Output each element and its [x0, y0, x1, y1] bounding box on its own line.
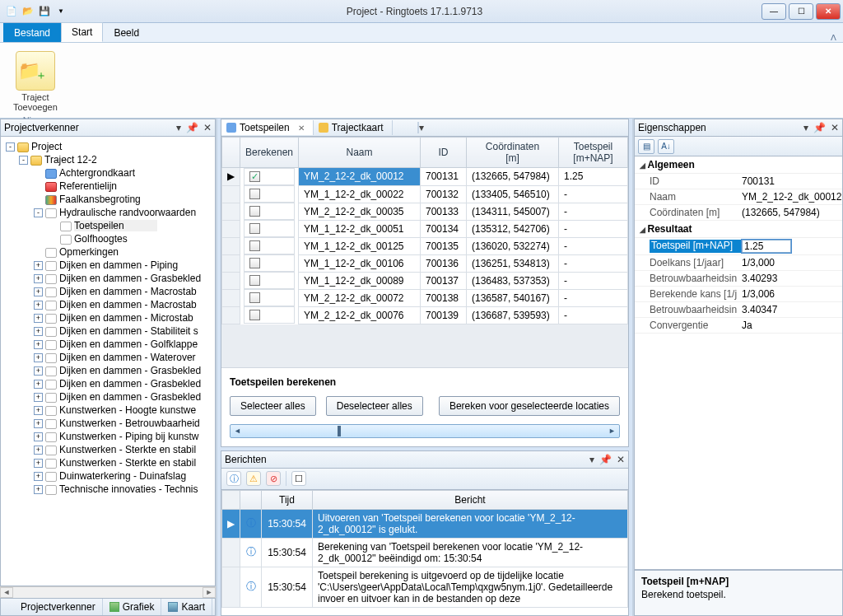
panel-dropdown-icon[interactable]: ▾ [176, 122, 181, 133]
col-id[interactable]: ID [421, 138, 467, 168]
grid-horizontal-scrollbar[interactable]: ◄► [230, 424, 620, 438]
message-row[interactable]: ▶ⓘ15:30:54Uitvoeren van 'Toetspeil berek… [222, 509, 628, 538]
left-tab-projectverkenner[interactable]: Projectverkenner [1, 599, 103, 615]
row-checkbox[interactable] [249, 310, 260, 320]
tree-node[interactable]: +Technische innovaties - Technis [2, 483, 213, 496]
tree-node[interactable]: +Kunstwerken - Sterkte en stabil [2, 443, 213, 456]
categorized-view-icon[interactable]: ▤ [638, 139, 654, 154]
tree-node[interactable]: +Dijken en dammen - Grasbekled [2, 390, 213, 404]
row-checkbox[interactable] [249, 206, 260, 217]
tree-node[interactable]: -Hydraulische randvoorwaarden [2, 206, 213, 219]
table-row[interactable]: YM_2_12-2_dk_00035700133(134311, 545007)… [222, 203, 628, 220]
tree-node[interactable]: -Traject 12-2 [2, 153, 213, 166]
messages-grid[interactable]: Tijd Bericht ▶ⓘ15:30:54Uitvoeren van 'To… [221, 490, 629, 617]
category-algemeen[interactable]: Algemeen [635, 156, 842, 174]
tree-node[interactable]: +Dijken en dammen - Grasbekled [2, 272, 213, 285]
doc-tab-toetspeilen[interactable]: Toetspeilen ✕ [221, 120, 314, 135]
prop-toetspeil[interactable]: Toetspeil [m+NAP] [635, 238, 842, 255]
tree-node[interactable]: -Project [2, 140, 213, 153]
tree-node[interactable]: +Dijken en dammen - Golfklappe [2, 338, 213, 351]
doc-tab-trajectkaart[interactable]: Trajectkaart [314, 120, 393, 135]
open-icon[interactable]: 📂 [21, 5, 35, 18]
close-tab-icon[interactable]: ✕ [298, 124, 305, 133]
qat-dropdown-icon[interactable]: ▼ [54, 5, 68, 18]
tree-node[interactable]: Achtergrondkaart [2, 166, 213, 180]
row-checkbox[interactable] [249, 171, 260, 182]
tree-node[interactable]: +Duinwaterkering - Duinafslag [2, 469, 213, 483]
panel-close-icon[interactable]: ✕ [617, 454, 625, 465]
panel-dropdown-icon[interactable]: ▾ [589, 454, 594, 465]
save-icon[interactable]: 💾 [38, 5, 51, 18]
tree-node[interactable]: +Kunstwerken - Betrouwbaarheid [2, 417, 213, 430]
select-all-button[interactable]: Selecteer alles [230, 396, 316, 416]
tree-node[interactable]: +Kunstwerken - Hoogte kunstwe [2, 404, 213, 417]
properties-list[interactable]: Algemeen ID700131 NaamYM_2_12-2_dk_00012… [634, 156, 843, 570]
calculate-button[interactable]: Bereken voor geselecteerde locaties [439, 396, 620, 416]
col-berekenen[interactable]: Berekenen [240, 138, 299, 168]
message-row[interactable]: ⓘ15:30:54Toetspeil berekening is uitgevo… [222, 567, 628, 607]
tree-node[interactable]: +Dijken en dammen - Microstab [2, 311, 213, 324]
tree-node[interactable]: Opmerkingen [2, 245, 213, 259]
message-row[interactable]: ⓘ15:30:54Berekening van 'Toetspeil berek… [222, 538, 628, 567]
deselect-all-button[interactable]: Deselecteer alles [326, 396, 423, 416]
close-button[interactable]: ✕ [816, 3, 841, 20]
clear-messages-icon[interactable]: ☐ [291, 471, 306, 486]
tab-bestand[interactable]: Bestand [3, 23, 61, 42]
toetspeil-input[interactable] [742, 240, 791, 253]
tree-node[interactable]: Referentielijn [2, 180, 213, 193]
tree-node[interactable]: Toetspeilen [2, 219, 213, 232]
tree-node[interactable]: Golfhoogtes [2, 232, 213, 245]
table-row[interactable]: ▶YM_2_12-2_dk_00012700131(132665, 547984… [222, 168, 628, 186]
minimize-button[interactable]: — [761, 3, 786, 20]
tree-node[interactable]: +Kunstwerken - Sterkte en stabil [2, 456, 213, 469]
col-coord[interactable]: Coördinaten[m] [467, 138, 559, 168]
ribbon-minimize-icon[interactable]: ᐱ [831, 33, 836, 42]
panel-close-icon[interactable]: ✕ [831, 122, 839, 133]
col-tijd[interactable]: Tijd [262, 490, 313, 509]
filter-warning-icon[interactable]: ⚠ [246, 471, 261, 486]
tree-node[interactable]: +Dijken en dammen - Piping [2, 259, 213, 272]
tree-node[interactable]: +Dijken en dammen - Macrostab [2, 285, 213, 298]
add-traject-button[interactable]: 📁＋ [16, 51, 55, 91]
filter-error-icon[interactable]: ⊘ [266, 471, 281, 486]
maximize-button[interactable]: ☐ [789, 3, 813, 20]
tree-node[interactable]: +Kunstwerken - Piping bij kunstw [2, 430, 213, 443]
tree-node[interactable]: +Dijken en dammen - Grasbekled [2, 364, 213, 377]
col-bericht[interactable]: Bericht [313, 490, 628, 509]
col-toetspeil[interactable]: Toetspeil[m+NAP] [559, 138, 628, 168]
new-icon[interactable]: 📄 [5, 5, 18, 18]
doc-dropdown-icon[interactable]: ▾ [419, 122, 623, 133]
col-naam[interactable]: Naam [299, 138, 421, 168]
tree-node[interactable]: +Dijken en dammen - Waterover [2, 351, 213, 364]
panel-dropdown-icon[interactable]: ▾ [803, 122, 808, 133]
filter-info-icon[interactable]: ⓘ [226, 471, 241, 486]
category-resultaat[interactable]: Resultaat [635, 221, 842, 238]
panel-pin-icon[interactable]: 📌 [599, 454, 612, 465]
tree-node[interactable]: +Dijken en dammen - Macrostab [2, 298, 213, 311]
panel-close-icon[interactable]: ✕ [203, 122, 212, 133]
tab-beeld[interactable]: Beeld [103, 23, 150, 42]
tree-node[interactable]: +Dijken en dammen - Stabiliteit s [2, 324, 213, 338]
table-row[interactable]: YM_1_12-2_dk_00125700135(136020, 532274)… [222, 237, 628, 254]
alphabetical-view-icon[interactable]: A↓ [658, 139, 674, 154]
tree-horizontal-scrollbar[interactable]: ◄► [0, 586, 216, 598]
table-row[interactable]: YM_1_12-2_dk_00022700132(133405, 546510)… [222, 185, 628, 203]
row-checkbox[interactable] [249, 275, 260, 286]
row-checkbox[interactable] [249, 292, 260, 303]
toetspeilen-grid[interactable]: Berekenen Naam ID Coördinaten[m] Toetspe… [221, 137, 628, 324]
table-row[interactable]: YM_1_12-2_dk_00106700136(136251, 534813)… [222, 254, 628, 272]
left-tab-grafiek[interactable]: Grafiek [103, 599, 162, 615]
panel-pin-icon[interactable]: 📌 [813, 122, 826, 133]
row-checkbox[interactable] [249, 189, 260, 199]
tree-node[interactable]: +Dijken en dammen - Grasbekled [2, 377, 213, 390]
row-checkbox[interactable] [249, 223, 260, 234]
project-tree[interactable]: -Project-Traject 12-2AchtergrondkaartRef… [0, 137, 216, 586]
table-row[interactable]: YM_1_12-2_dk_00089700137(136483, 537353)… [222, 272, 628, 289]
row-checkbox[interactable] [249, 240, 260, 251]
table-row[interactable]: YM_1_12-2_dk_00051700134(135312, 542706)… [222, 220, 628, 237]
left-tab-kaart[interactable]: Kaart [161, 599, 212, 615]
row-checkbox[interactable] [249, 258, 260, 268]
table-row[interactable]: YM_2_12-2_dk_00072700138(136587, 540167)… [222, 289, 628, 306]
tab-start[interactable]: Start [61, 22, 103, 42]
table-row[interactable]: YM_2_12-2_dk_00076700139(136687, 539593)… [222, 306, 628, 324]
